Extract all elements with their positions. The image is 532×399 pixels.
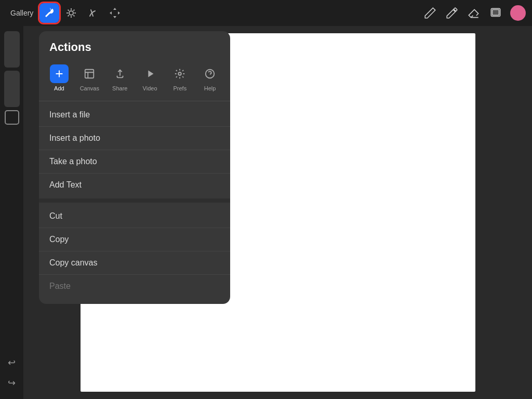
tab-share-label: Share	[112, 85, 127, 91]
wrench-tool-button[interactable]	[39, 3, 59, 23]
svg-rect-2	[493, 10, 499, 16]
take-photo-item[interactable]: Take a photo	[39, 150, 230, 174]
tab-canvas[interactable]: Canvas	[76, 62, 103, 94]
gallery-button[interactable]: Gallery	[6, 7, 37, 19]
brush-size-slider[interactable]	[4, 31, 20, 68]
svg-point-4	[179, 72, 182, 75]
menu-section-insert: Insert a file Insert a photo Take a phot…	[39, 101, 230, 198]
tab-help-label: Help	[204, 85, 216, 91]
add-text-item[interactable]: Add Text	[39, 174, 230, 196]
actions-panel: Actions Add Canvas	[39, 31, 230, 304]
brush-tool-button[interactable]	[445, 6, 459, 20]
svg-point-0	[69, 11, 73, 15]
svg-rect-3	[85, 70, 94, 78]
tab-prefs-label: Prefs	[173, 85, 187, 91]
avatar[interactable]	[510, 5, 526, 21]
tab-video[interactable]: Video	[137, 62, 164, 94]
undo-button[interactable]: ↩	[8, 356, 16, 368]
tab-help[interactable]: Help	[196, 62, 223, 94]
copy-canvas-item[interactable]: Copy canvas	[39, 251, 230, 275]
menu-section-clipboard: Cut Copy Copy canvas Paste	[39, 203, 230, 300]
tab-add[interactable]: Add	[46, 62, 73, 94]
layers-tool-button[interactable]	[488, 6, 503, 20]
opacity-slider[interactable]	[4, 71, 20, 107]
color-swatch[interactable]	[5, 110, 19, 125]
tab-share[interactable]: Share	[107, 62, 134, 94]
modify-tool-button[interactable]	[61, 3, 81, 23]
redo-button[interactable]: ↩	[8, 377, 16, 389]
actions-title: Actions	[39, 31, 230, 60]
pen-tool-button[interactable]	[423, 6, 437, 20]
cut-item[interactable]: Cut	[39, 205, 230, 228]
left-sidebar: ↩ ↩	[0, 26, 23, 399]
tab-prefs[interactable]: Prefs	[166, 62, 193, 94]
menu-divider	[39, 198, 230, 203]
top-toolbar: Gallery	[0, 0, 532, 26]
insert-file-item[interactable]: Insert a file	[39, 103, 230, 127]
paste-item[interactable]: Paste	[39, 275, 230, 298]
move-tool-button[interactable]	[105, 3, 125, 23]
copy-item[interactable]: Copy	[39, 228, 230, 251]
tab-add-label: Add	[54, 85, 64, 91]
toolbar-right	[423, 5, 526, 21]
tab-video-label: Video	[143, 85, 157, 91]
eraser-tool-button[interactable]	[467, 6, 481, 20]
smudge-tool-button[interactable]	[83, 3, 103, 23]
toolbar-left: Gallery	[6, 3, 125, 23]
insert-photo-item[interactable]: Insert a photo	[39, 127, 230, 150]
tab-canvas-label: Canvas	[80, 85, 99, 91]
actions-tabs: Add Canvas Share	[39, 60, 230, 101]
